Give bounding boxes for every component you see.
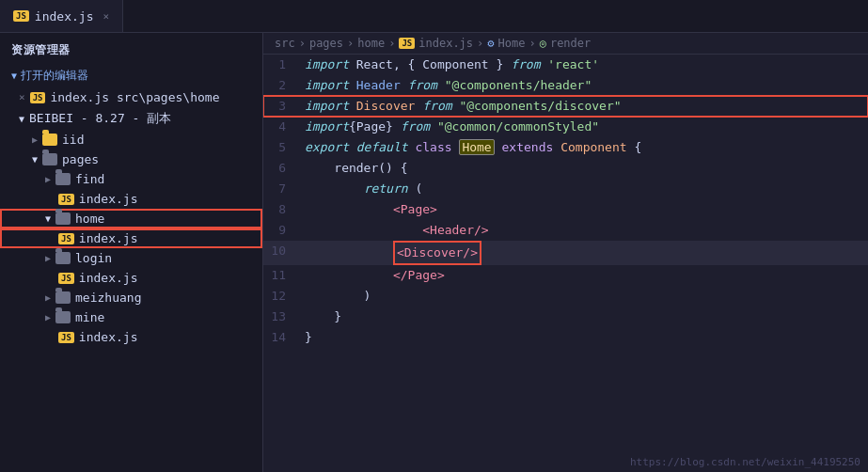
line-num-14: 14 [263,327,301,348]
arrow-icon: ▶ [32,134,38,145]
line-num-2: 2 [263,75,301,96]
bc-indexjs: index.js [418,37,473,50]
folder-login[interactable]: ▶ login [0,248,262,268]
code-line-10: 10 <Discover/> [263,241,868,265]
bc-js-icon: JS [399,38,415,49]
code-line-4: 4 import{Page} from "@common/commonStyle… [263,117,868,137]
breadcrumb: src › pages › home › JS index.js › ⚙ Hom… [263,33,868,55]
folder-label-find: find [75,172,104,186]
file-find-index[interactable]: JS index.js [0,189,262,209]
line-num-3: 3 [263,96,301,117]
code-line-5: 5 export default class Home extends Comp… [263,137,868,158]
file-home-index[interactable]: JS index.js [0,228,262,248]
bc-src: src [275,37,295,50]
code-line-11: 11 </Page> [263,265,868,286]
code-line-12: 12 ) [263,286,868,307]
folder-icon-mine [55,311,71,323]
arrow-icon: ▶ [45,312,51,323]
folder-label-mine: mine [75,310,104,324]
folder-pages[interactable]: ▼ pages [0,149,262,169]
arrow-icon: ▼ [45,213,51,224]
line-content-7: return ( [301,179,868,199]
js-badge: JS [58,273,74,284]
code-line-1: 1 import React, { Component } from 'reac… [263,55,868,75]
folder-home[interactable]: ▼ home [0,209,262,228]
close-icon[interactable]: × [19,91,25,103]
folder-label-meizhuang: meizhuang [75,291,141,305]
line-content-6: render() { [301,158,868,179]
line-content-5: export default class Home extends Compon… [301,137,868,158]
line-num-9: 9 [263,220,301,241]
js-badge: JS [58,194,74,205]
js-badge: JS [30,92,46,103]
folder-label-home: home [75,212,104,226]
bc-home-icon: ⚙ [487,37,494,50]
code-line-6: 6 render() { [263,158,868,179]
js-icon: JS [13,10,29,22]
folder-find[interactable]: ▶ find [0,169,262,189]
file-label-login-index: index.js [79,271,138,285]
line-num-6: 6 [263,158,301,179]
line-num-8: 8 [263,199,301,220]
folder-label-pages: pages [62,152,99,166]
line-content-14: } [301,327,868,348]
open-editors-section[interactable]: ▼ 打开的编辑器 [0,64,262,87]
line-num-4: 4 [263,117,301,137]
close-tab-button[interactable]: × [103,10,109,23]
project-root[interactable]: ▼ BEIBEI - 8.27 - 副本 [0,107,262,130]
arrow-icon: ▶ [45,174,51,184]
bc-render: render [550,37,591,50]
tab-bar: JS index.js × [0,0,868,33]
code-line-2: 2 import Header from "@components/header… [263,75,868,96]
folder-icon-iid [42,134,57,146]
bc-render-icon: ◎ [540,37,546,50]
folder-icon-home [55,212,71,225]
js-badge: JS [58,332,74,343]
project-name: BEIBEI - 8.27 - 副本 [29,110,171,127]
line-num-11: 11 [263,265,301,286]
tab-index-js[interactable]: JS index.js × [0,0,123,32]
open-editors-label: 打开的编辑器 [21,68,88,84]
file-mine-index[interactable]: JS index.js [0,327,262,347]
bc-home: home [357,37,385,50]
sidebar: 资源管理器 ▼ 打开的编辑器 × JS index.js src\pages\h… [0,33,263,472]
discover-tag-box: <Discover/> [393,241,481,265]
line-content-4: import{Page} from "@common/commonStyled" [301,117,868,137]
code-line-9: 9 <Header/> [263,220,868,241]
file-label-home-index: index.js [79,231,138,245]
code-area[interactable]: 1 import React, { Component } from 'reac… [263,55,868,472]
folder-icon-meizhuang [55,291,71,304]
folder-icon-pages [42,153,57,165]
line-num-1: 1 [263,55,301,75]
open-file-item[interactable]: × JS index.js src\pages\home [0,87,262,107]
line-content-12: ) [301,286,868,307]
sidebar-title: 资源管理器 [0,37,262,64]
js-badge: JS [58,233,74,244]
folder-iid[interactable]: ▶ iid [0,130,262,149]
line-content-8: <Page> [301,199,868,220]
line-num-5: 5 [263,137,301,158]
line-num-12: 12 [263,286,301,307]
folder-meizhuang[interactable]: ▶ meizhuang [0,288,262,307]
open-file-label: index.js src\pages\home [50,90,219,104]
line-num-10: 10 [263,241,301,261]
folder-mine[interactable]: ▶ mine [0,307,262,327]
folder-label-login: login [75,251,112,265]
folder-icon-login [55,252,71,264]
code-line-7: 7 return ( [263,179,868,199]
bc-home-class: Home [498,37,526,50]
line-content-11: </Page> [301,265,868,286]
arrow-icon: ▼ [11,71,17,81]
folder-icon-find [55,173,71,185]
line-content-10: <Discover/> [301,241,868,265]
file-label-mine-index: index.js [79,330,138,344]
line-num-13: 13 [263,307,301,327]
expand-icon: ▼ [19,114,24,124]
editor-area: src › pages › home › JS index.js › ⚙ Hom… [263,33,868,472]
file-label: index.js [79,192,138,206]
code-line-3: 3 import Discover from "@components/disc… [263,96,868,117]
line-content-9: <Header/> [301,220,868,241]
watermark: https://blog.csdn.net/weixin_44195250 [630,456,860,468]
file-login-index[interactable]: JS index.js [0,268,262,288]
line-content-13: } [301,307,868,327]
